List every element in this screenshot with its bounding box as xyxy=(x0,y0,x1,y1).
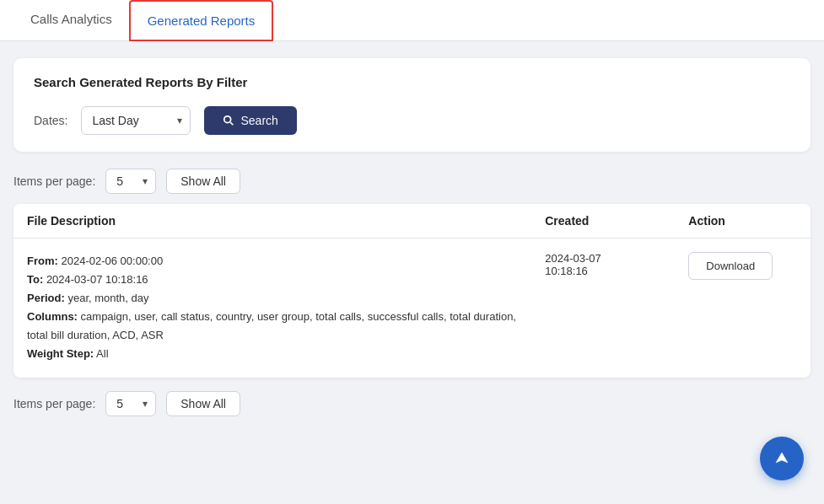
table-cell-description: From: 2024-02-06 00:00:00 To: 2024-03-07… xyxy=(13,239,531,378)
filter-card-title: Search Generated Reports By Filter xyxy=(34,75,790,89)
to-label: To: xyxy=(27,273,43,286)
top-per-page-wrapper: 5 10 25 50 ▾ xyxy=(105,169,156,194)
svg-point-0 xyxy=(224,116,231,123)
top-pagination-row: Items per page: 5 10 25 50 ▾ Show All xyxy=(13,169,811,194)
period-value: year, month, day xyxy=(67,292,148,304)
table-row: From: 2024-02-06 00:00:00 To: 2024-03-07… xyxy=(13,239,811,378)
col-header-description: File Description xyxy=(13,204,531,239)
tab-generated-reports[interactable]: Generated Reports xyxy=(129,0,274,41)
table-cell-created: 2024-03-0710:18:16 xyxy=(531,239,675,378)
bottom-per-page-wrapper: 5 10 25 50 ▾ xyxy=(105,391,156,416)
filter-card: Search Generated Reports By Filter Dates… xyxy=(13,58,811,152)
to-value: 2024-03-07 10:18:16 xyxy=(46,273,148,286)
col-header-created: Created xyxy=(531,204,675,239)
period-label: Period: xyxy=(27,292,65,304)
report-table: File Description Created Action From: 20… xyxy=(13,204,811,378)
svg-line-1 xyxy=(231,122,234,125)
weight-step-label: Weight Step: xyxy=(27,347,94,360)
tab-bar: Calls Analytics Generated Reports xyxy=(0,0,824,41)
main-content: Search Generated Reports By Filter Dates… xyxy=(0,41,824,443)
col-header-action: Action xyxy=(675,204,811,239)
search-button[interactable]: Search xyxy=(204,106,296,135)
table-cell-action: Download xyxy=(675,239,811,378)
fab-button[interactable] xyxy=(760,437,804,480)
top-show-all-button[interactable]: Show All xyxy=(166,169,240,194)
date-select[interactable]: Last Day Last Week Last Month Custom xyxy=(81,106,191,135)
tab-calls-analytics[interactable]: Calls Analytics xyxy=(13,0,129,41)
top-per-page-select[interactable]: 5 10 25 50 xyxy=(105,169,156,194)
bottom-items-per-page-label: Items per page: xyxy=(13,397,95,410)
date-select-wrapper: Last Day Last Week Last Month Custom ▾ xyxy=(81,106,191,135)
search-button-label: Search xyxy=(240,114,277,127)
dates-label: Dates: xyxy=(34,114,67,127)
columns-label: Columns: xyxy=(27,310,78,323)
search-icon xyxy=(223,115,234,126)
fab-icon xyxy=(773,449,791,468)
created-value: 2024-03-0710:18:16 xyxy=(545,252,601,277)
columns-value: campaign, user, call status, country, us… xyxy=(27,310,516,341)
bottom-show-all-button[interactable]: Show All xyxy=(166,391,240,416)
weight-step-value: All xyxy=(96,347,108,360)
bottom-per-page-select[interactable]: 5 10 25 50 xyxy=(105,391,156,416)
from-value: 2024-02-06 00:00:00 xyxy=(61,255,163,267)
table-header-row: File Description Created Action xyxy=(13,204,811,239)
filter-row: Dates: Last Day Last Week Last Month Cus… xyxy=(34,106,790,135)
bottom-pagination-row: Items per page: 5 10 25 50 ▾ Show All xyxy=(13,391,811,416)
top-items-per-page-label: Items per page: xyxy=(13,174,95,188)
from-label: From: xyxy=(27,255,58,267)
download-button[interactable]: Download xyxy=(688,252,773,280)
